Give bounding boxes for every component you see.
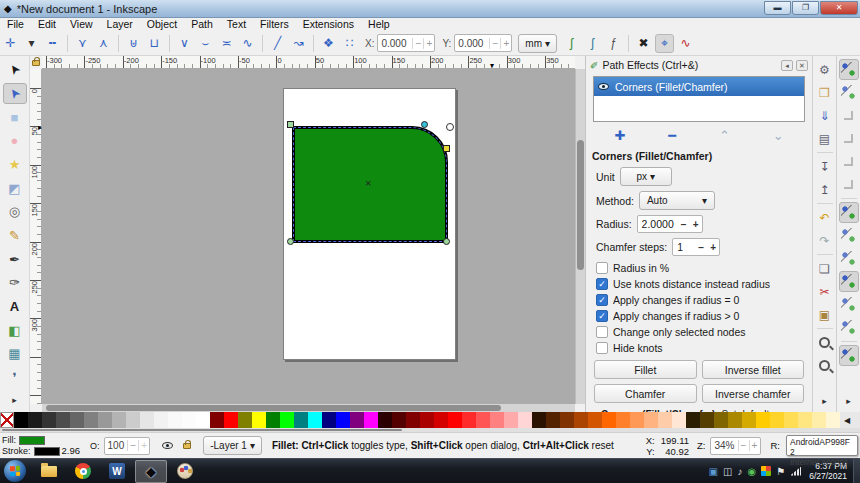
show-desktop-button[interactable] — [853, 459, 860, 483]
snap-nodes-icon[interactable] — [839, 202, 859, 223]
snap-cusp-nodes-icon[interactable] — [839, 271, 859, 292]
close-button[interactable]: ✕ — [820, 1, 858, 15]
rectangle-tool[interactable]: ■ — [3, 106, 27, 128]
no-color-swatch[interactable] — [0, 412, 14, 428]
checkbox-apply-changes-if-radius-0[interactable]: ✓Apply changes if radius = 0 — [596, 293, 802, 306]
checkbox-box-icon[interactable] — [596, 342, 608, 354]
palette-swatch[interactable] — [798, 412, 812, 428]
palette-swatch[interactable] — [196, 412, 210, 428]
commands-overflow-icon[interactable]: ▸ — [815, 390, 835, 411]
undo-icon[interactable]: ↶ — [815, 207, 835, 228]
palette-swatch[interactable] — [686, 412, 700, 428]
zoom-to-fit-icon[interactable] — [815, 332, 835, 353]
palette-swatch[interactable] — [224, 412, 238, 428]
redo-icon[interactable]: ↷ — [815, 230, 835, 251]
palette-swatch[interactable] — [616, 412, 630, 428]
palette-swatch[interactable] — [28, 412, 42, 428]
snap-path-intersections-icon[interactable] — [839, 248, 859, 269]
unit-select[interactable]: px▾ — [620, 167, 672, 186]
palette-swatch[interactable] — [322, 412, 336, 428]
line-segment-icon[interactable]: ╱ — [268, 34, 287, 53]
taskbar-item-explorer[interactable] — [33, 460, 65, 483]
palette-swatch[interactable] — [168, 412, 182, 428]
restore-button[interactable]: ❐ — [792, 1, 819, 15]
menu-item-help[interactable]: Help — [361, 18, 397, 31]
radius-spinbox[interactable]: 2.0000−+ — [637, 215, 703, 233]
menu-item-file[interactable]: File — [0, 18, 31, 31]
opacity-spinbox[interactable]: 100−+ — [104, 437, 151, 455]
palette-swatch[interactable] — [476, 412, 490, 428]
paste-icon[interactable]: ▣ — [815, 304, 835, 325]
toolbox-overflow-icon[interactable]: ▸ — [3, 389, 27, 411]
palette-swatch[interactable] — [532, 412, 546, 428]
palette-swatch[interactable] — [140, 412, 154, 428]
palette-swatch[interactable] — [210, 412, 224, 428]
node-fillet-start[interactable] — [421, 121, 428, 128]
palette-swatch[interactable] — [756, 412, 770, 428]
node-top-left[interactable] — [287, 121, 294, 128]
horizontal-scrollbar-thumb[interactable] — [46, 405, 501, 411]
palette-swatch[interactable] — [14, 412, 28, 428]
horizontal-ruler[interactable]: -300-250-200-150-100-5005010015020025030… — [42, 56, 575, 69]
layer-visibility-icon[interactable] — [162, 442, 173, 449]
checkbox-hide-knots[interactable]: Hide knots — [596, 341, 802, 354]
menu-item-extensions[interactable]: Extensions — [296, 18, 361, 31]
snap-midpoints-icon[interactable] — [839, 317, 859, 338]
checkbox-box-icon[interactable]: ✓ — [596, 278, 608, 290]
palette-swatch[interactable] — [490, 412, 504, 428]
checkbox-radius-in-[interactable]: Radius in % — [596, 261, 802, 274]
menu-item-edit[interactable]: Edit — [31, 18, 63, 31]
auto-node-icon[interactable]: ∿ — [238, 34, 257, 53]
tray-hidden-icon[interactable]: ◫ — [723, 466, 732, 477]
show-path-outline-icon[interactable]: ∿ — [676, 34, 695, 53]
menu-item-object[interactable]: Object — [140, 18, 184, 31]
minimize-button[interactable]: ▬ — [764, 1, 791, 15]
palette-swatch[interactable] — [308, 412, 322, 428]
spiral-tool[interactable]: ◎ — [3, 201, 27, 223]
palette-swatch[interactable] — [182, 412, 196, 428]
menu-item-view[interactable]: View — [63, 18, 100, 31]
palette-swatch[interactable] — [392, 412, 406, 428]
palette-swatch[interactable] — [546, 412, 560, 428]
taskbar-item-chrome[interactable] — [67, 460, 99, 483]
checkbox-box-icon[interactable] — [596, 262, 608, 274]
edit-clipping-paths-icon[interactable]: ʃ — [562, 34, 581, 53]
delete-segment-icon[interactable]: ⊔ — [145, 34, 164, 53]
snap-bbox-midpoints-icon[interactable] — [839, 151, 859, 172]
palette-swatch[interactable] — [630, 412, 644, 428]
calligraphy-tool[interactable]: ✒ — [3, 248, 27, 270]
move-effect-down-button[interactable]: ⌄ — [773, 128, 784, 143]
unit-dropdown[interactable]: mm▾ — [518, 34, 557, 53]
y-coordinate-field[interactable]: 0.000−+ — [454, 34, 512, 52]
palette-swatch[interactable] — [714, 412, 728, 428]
palette-swatch[interactable] — [784, 412, 798, 428]
palette-swatch[interactable] — [84, 412, 98, 428]
zoom-spinbox[interactable]: 34%−+ — [710, 437, 760, 455]
palette-swatch[interactable] — [378, 412, 392, 428]
checkbox-box-icon[interactable] — [596, 326, 608, 338]
palette-swatch[interactable] — [602, 412, 616, 428]
pencil-tool[interactable]: ✎ — [3, 225, 27, 247]
palette-swatch[interactable] — [560, 412, 574, 428]
palette-swatch[interactable] — [238, 412, 252, 428]
taskbar-item-word[interactable]: W — [101, 460, 133, 483]
palette-swatch[interactable] — [252, 412, 266, 428]
edit-masks-icon[interactable]: ʃ — [583, 34, 602, 53]
taskbar-item-inkscape[interactable]: ◆ — [135, 460, 167, 483]
palette-swatch[interactable] — [728, 412, 742, 428]
vertical-ruler[interactable]: 050100150200250300▸ — [30, 69, 42, 404]
dock-collapse-button[interactable]: ◂ — [781, 60, 793, 71]
palette-swatch[interactable] — [266, 412, 280, 428]
volume-icon[interactable]: ♪ — [737, 466, 742, 477]
tray-status-icon[interactable]: ◉ — [747, 466, 756, 477]
curve-segment-icon[interactable]: ↝ — [289, 34, 308, 53]
palette-swatch[interactable] — [462, 412, 476, 428]
snap-bbox-centers-icon[interactable] — [839, 174, 859, 195]
palette-swatch[interactable] — [448, 412, 462, 428]
effect-visibility-icon[interactable] — [598, 83, 609, 90]
stroke-width-value[interactable]: 2.96 — [62, 445, 81, 456]
snap-others-icon[interactable] — [839, 345, 859, 366]
remove-effect-button[interactable]: ━ — [668, 128, 676, 143]
checkbox-change-only-selected-nodes[interactable]: Change only selected nodes — [596, 325, 802, 338]
stroke-swatch[interactable] — [34, 447, 60, 456]
